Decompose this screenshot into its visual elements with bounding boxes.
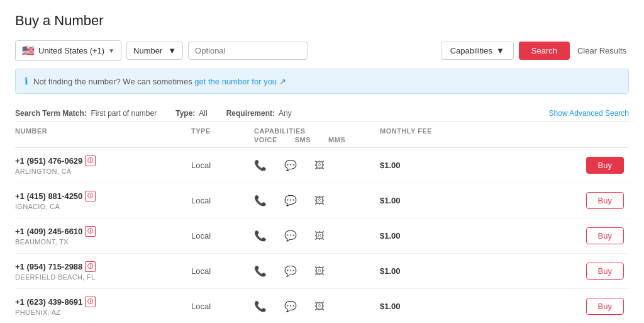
term-match: Search Term Match: First part of number — [15, 109, 157, 118]
capabilities-icons: 📞 💬 🖼 — [254, 159, 380, 171]
mms-icon: 🖼 — [314, 266, 325, 277]
capabilities-icons: 📞 💬 🖼 — [254, 230, 380, 242]
phone-location: DEERFIELD BEACH, FL — [15, 273, 191, 281]
country-flag: 🇺🇸 — [22, 45, 35, 57]
type-meta: Type: All — [175, 109, 207, 118]
capabilities-label: Capabilities — [450, 46, 492, 55]
table-row: +1 (951) 476-0629 ⓘ ARLINGTON, CA Local … — [15, 148, 629, 183]
mms-icon: 🖼 — [314, 195, 325, 207]
table-row: +1 (415) 881-4250 ⓘ IGNACIO, CA Local 📞 … — [15, 183, 629, 218]
phone-type: Local — [191, 231, 254, 241]
buy-button[interactable]: Buy — [586, 263, 624, 280]
info-tag: ⓘ — [85, 261, 96, 272]
table-row: +1 (409) 245-6610 ⓘ BEAUMONT, TX Local 📞… — [15, 218, 629, 254]
phone-location: PHOENIX, AZ — [15, 309, 191, 316]
phone-location: ARLINGTON, CA — [15, 167, 191, 175]
country-dropdown[interactable]: 🇺🇸 United States (+1) ▼ — [15, 40, 121, 61]
sms-icon: 💬 — [284, 300, 297, 312]
voice-icon: 📞 — [254, 195, 267, 207]
search-bar: 🇺🇸 United States (+1) ▼ Number ▼ Capabil… — [15, 40, 629, 61]
buy-button[interactable]: Buy — [586, 298, 624, 315]
type-dropdown[interactable]: Number ▼ — [126, 42, 183, 60]
show-advanced-link[interactable]: Show Advanced Search — [549, 109, 629, 118]
table-row: +1 (954) 715-2988 ⓘ DEERFIELD BEACH, FL … — [15, 254, 629, 289]
phone-number: +1 (623) 439-8691 ⓘ — [15, 297, 191, 307]
capabilities-chevron-icon: ▼ — [496, 46, 504, 55]
phone-table: +1 (951) 476-0629 ⓘ ARLINGTON, CA Local … — [15, 148, 629, 323]
buy-cell: Buy — [480, 157, 629, 174]
get-number-link[interactable]: get the number for you ↗ — [194, 77, 286, 86]
requirement-meta: Requirement: Any — [226, 109, 292, 118]
chevron-down-icon: ▼ — [108, 47, 114, 54]
monthly-fee: $1.00 — [380, 302, 480, 311]
mms-icon: 🖼 — [314, 301, 325, 312]
table-row: +1 (623) 439-8691 ⓘ PHOENIX, AZ Local 📞 … — [15, 289, 629, 323]
sms-icon: 💬 — [284, 195, 297, 207]
page-container: Buy a Number 🇺🇸 United States (+1) ▼ Num… — [0, 0, 644, 323]
page-title: Buy a Number — [15, 13, 629, 29]
phone-number-cell: +1 (409) 245-6610 ⓘ BEAUMONT, TX — [15, 226, 191, 246]
phone-number: +1 (954) 715-2988 ⓘ — [15, 261, 191, 272]
mms-icon: 🖼 — [314, 160, 325, 171]
voice-icon: 📞 — [254, 265, 267, 277]
buy-cell: Buy — [480, 263, 629, 280]
info-tag: ⓘ — [85, 226, 96, 237]
phone-type: Local — [191, 196, 254, 205]
monthly-fee: $1.00 — [380, 196, 480, 205]
buy-button[interactable]: Buy — [586, 157, 624, 174]
phone-type: Local — [191, 302, 254, 311]
buy-button[interactable]: Buy — [586, 227, 624, 244]
buy-cell: Buy — [480, 227, 629, 244]
monthly-fee: $1.00 — [380, 231, 480, 241]
voice-icon: 📞 — [254, 159, 267, 171]
buy-cell: Buy — [480, 298, 629, 315]
phone-number-cell: +1 (951) 476-0629 ⓘ ARLINGTON, CA — [15, 156, 191, 175]
sms-icon: 💬 — [284, 159, 297, 171]
voice-icon: 📞 — [254, 300, 267, 312]
phone-type: Local — [191, 161, 254, 170]
capabilities-dropdown[interactable]: Capabilities ▼ — [441, 42, 514, 60]
country-label: United States (+1) — [38, 46, 104, 55]
col-number: NUMBER — [15, 127, 191, 144]
buy-button[interactable]: Buy — [586, 192, 624, 209]
number-input[interactable] — [188, 42, 308, 60]
phone-number: +1 (409) 245-6610 ⓘ — [15, 226, 191, 237]
clear-results-button[interactable]: Clear Results — [575, 42, 629, 59]
info-text: Not finding the number? We can sometimes… — [33, 77, 286, 86]
info-tag: ⓘ — [85, 191, 96, 201]
sms-icon: 💬 — [284, 230, 297, 242]
search-meta: Search Term Match: First part of number … — [15, 104, 629, 122]
type-label: Number — [133, 46, 162, 55]
capabilities-icons: 📞 💬 🖼 — [254, 265, 380, 277]
voice-icon: 📞 — [254, 230, 267, 242]
type-chevron-icon: ▼ — [168, 46, 176, 55]
search-button[interactable]: Search — [519, 42, 570, 60]
monthly-fee: $1.00 — [380, 266, 480, 276]
table-header: NUMBER TYPE CAPABILITIES VOICE SMS MMS M… — [15, 122, 629, 148]
info-tag: ⓘ — [85, 297, 96, 307]
sms-icon: 💬 — [284, 265, 297, 277]
monthly-fee: $1.00 — [380, 161, 480, 170]
info-icon: ℹ — [25, 76, 28, 87]
phone-number: +1 (951) 476-0629 ⓘ — [15, 156, 191, 166]
capabilities-icons: 📞 💬 🖼 — [254, 300, 380, 312]
mms-icon: 🖼 — [314, 230, 325, 242]
col-action — [480, 127, 629, 144]
info-banner: ℹ Not finding the number? We can sometim… — [15, 69, 629, 94]
phone-number-cell: +1 (954) 715-2988 ⓘ DEERFIELD BEACH, FL — [15, 261, 191, 281]
phone-location: IGNACIO, CA — [15, 203, 191, 210]
phone-location: BEAUMONT, TX — [15, 238, 191, 246]
col-capabilities: CAPABILITIES VOICE SMS MMS — [254, 127, 380, 144]
col-monthly-fee: MONTHLY FEE — [380, 127, 480, 144]
phone-type: Local — [191, 266, 254, 276]
col-type: TYPE — [191, 127, 254, 144]
capabilities-icons: 📞 💬 🖼 — [254, 195, 380, 207]
phone-number: +1 (415) 881-4250 ⓘ — [15, 191, 191, 201]
buy-cell: Buy — [480, 192, 629, 209]
info-tag: ⓘ — [85, 156, 96, 166]
phone-number-cell: +1 (623) 439-8691 ⓘ PHOENIX, AZ — [15, 297, 191, 316]
phone-number-cell: +1 (415) 881-4250 ⓘ IGNACIO, CA — [15, 191, 191, 210]
